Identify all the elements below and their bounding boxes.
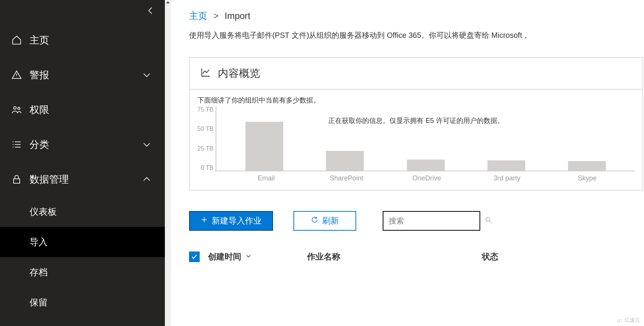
toolbar: 新建导入作业 刷新	[189, 211, 644, 231]
chart-icon	[200, 67, 211, 80]
chart-bar	[403, 160, 448, 171]
sidebar-item-data-management[interactable]: 数据管理	[0, 162, 171, 197]
sidebar-scrollbar[interactable]	[165, 0, 171, 326]
column-label: 状态	[482, 251, 498, 262]
home-icon	[11, 35, 22, 45]
sidebar-item-label: 数据管理	[29, 173, 69, 186]
chart-x-label: Email	[244, 171, 289, 182]
sidebar-item-label: 警报	[29, 68, 49, 82]
chart-bar	[242, 122, 287, 171]
sidebar-item-label: 主页	[29, 34, 49, 47]
content-overview-card: 内容概览 下面细讲了你的组织中当前有多少数据。 正在获取你的信息。仅显示拥有 E…	[189, 57, 643, 191]
svg-line-14	[490, 221, 492, 224]
sidebar-subitem-label: 保留	[29, 297, 48, 309]
column-label: 作业名称	[307, 251, 340, 262]
plus-icon	[200, 216, 208, 226]
people-icon	[11, 104, 22, 115]
jobs-table-header: 创建时间 作业名称 状态	[189, 251, 644, 262]
svg-point-3	[18, 107, 20, 110]
sidebar-item-permissions[interactable]: 权限	[0, 92, 171, 127]
column-header-name[interactable]: 作业名称	[307, 251, 473, 262]
chart-x-label: OneDrive	[404, 171, 449, 182]
sidebar-subitem-label: 存档	[29, 266, 48, 278]
chevron-down-icon	[245, 252, 252, 262]
chart-bar	[564, 161, 610, 171]
chart-bar	[322, 151, 368, 171]
sidebar: 主页 警报 权限 分类 数据管理 仪表板	[0, 0, 171, 326]
sidebar-subitem-label: 导入	[29, 236, 48, 248]
sidebar-subitem-import[interactable]: 导入	[0, 227, 171, 257]
select-all-checkbox[interactable]	[189, 251, 200, 262]
svg-point-13	[486, 217, 490, 222]
page-description: 使用导入服务将电子邮件(PST 文件)从组织的服务器移动到 Office 365…	[189, 30, 644, 40]
column-label: 创建时间	[208, 251, 241, 262]
svg-rect-10	[14, 179, 20, 183]
list-icon	[11, 139, 22, 150]
chart-x-axis: EmailSharePointOneDrive3rd partySkype	[219, 171, 635, 182]
card-body: 下面细讲了你的组织中当前有多少数据。 正在获取你的信息。仅显示拥有 E5 许可证…	[190, 90, 642, 190]
new-import-job-button[interactable]: 新建导入作业	[189, 211, 273, 231]
sidebar-item-home[interactable]: 主页	[0, 23, 171, 57]
column-header-created[interactable]: 创建时间	[208, 251, 299, 262]
chevron-left-icon[interactable]	[145, 5, 156, 17]
main-content: 主页 > Import 使用导入服务将电子邮件(PST 文件)从组织的服务器移动…	[171, 0, 644, 326]
chevron-down-icon	[141, 70, 152, 80]
sidebar-item-label: 分类	[29, 138, 49, 151]
chart-loading-note: 正在获取你的信息。仅显示拥有 E5 许可证的用户的数据。	[197, 116, 635, 125]
sidebar-item-alerts[interactable]: 警报	[0, 57, 171, 92]
search-input[interactable]	[389, 217, 484, 225]
card-title: 内容概览	[218, 66, 260, 81]
sidebar-subitem-archive[interactable]: 存档	[0, 257, 171, 287]
refresh-button[interactable]: 刷新	[293, 211, 356, 231]
svg-point-2	[14, 107, 16, 109]
sidebar-subitem-dashboard[interactable]: 仪表板	[0, 197, 171, 227]
refresh-icon	[311, 216, 318, 226]
sidebar-item-classification[interactable]: 分类	[0, 127, 171, 162]
search-box[interactable]	[383, 211, 480, 231]
breadcrumb-separator: >	[213, 11, 219, 21]
chevron-up-icon	[141, 174, 152, 185]
card-header: 内容概览	[190, 58, 642, 90]
sidebar-subitem-retention[interactable]: 保留	[0, 287, 171, 318]
chart-wrap: 正在获取你的信息。仅显示拥有 E5 许可证的用户的数据。 75 TB50 TB2…	[197, 106, 635, 182]
chart-x-label: 3rd party	[484, 171, 530, 182]
breadcrumb: 主页 > Import	[189, 10, 644, 22]
chevron-down-icon	[141, 139, 152, 150]
column-header-status[interactable]: 状态	[482, 251, 498, 262]
watermark-text: 亿速云	[624, 317, 640, 324]
button-label: 刷新	[322, 215, 339, 227]
chart-x-label: SharePoint	[324, 171, 369, 182]
sidebar-collapse-row	[0, 0, 171, 23]
sidebar-item-label: 权限	[29, 103, 49, 116]
chart-x-label: Skype	[565, 171, 610, 182]
breadcrumb-current: Import	[225, 11, 250, 21]
chart-bar	[484, 160, 529, 171]
card-subdescription: 下面细讲了你的组织中当前有多少数据。	[197, 96, 635, 105]
search-icon	[484, 216, 493, 226]
breadcrumb-home-link[interactable]: 主页	[189, 10, 207, 22]
alert-icon	[11, 70, 22, 80]
sidebar-subitem-label: 仪表板	[29, 206, 57, 218]
watermark: 亿速云	[616, 317, 640, 324]
lock-icon	[11, 174, 22, 185]
button-label: 新建导入作业	[212, 215, 262, 227]
